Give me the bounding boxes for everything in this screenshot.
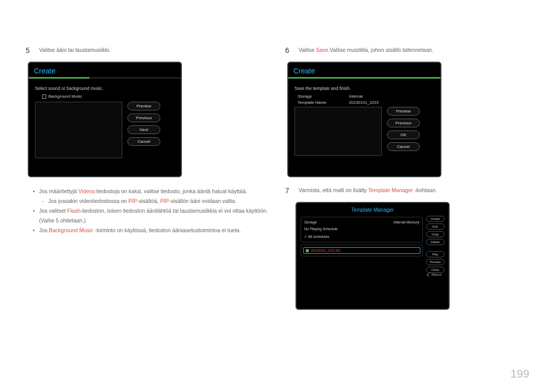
tm-file-row[interactable]: 20130101_2222.tltd: [303, 247, 420, 254]
panel-title: Create: [288, 63, 440, 77]
step-5: 5 Valitse ääni tai taustamusiikki.: [26, 46, 270, 54]
step-6-number: 6: [285, 46, 292, 54]
page: 5 Valitse ääni tai taustamusiikki. Creat…: [0, 0, 555, 340]
tm-copy-button[interactable]: Copy: [426, 231, 445, 237]
preview-button[interactable]: Preview: [387, 107, 420, 116]
tm-storage-value: Internal Memory: [393, 220, 419, 224]
tm-storage-row: Storage Internal Memory: [304, 220, 419, 224]
all-schedules-row: ✔ All schedules: [304, 235, 419, 239]
create-panel-sound: Create Select sound or background music.…: [28, 62, 182, 177]
step-5-text: Valitse ääni tai taustamusiikki.: [39, 46, 110, 54]
page-number: 199: [510, 367, 529, 381]
step-6-text: Valitse Save.Valitse muistitila, johon s…: [299, 46, 433, 54]
tname-value: 20130101_2222: [349, 100, 379, 105]
panel-instruction: Select sound or background music.: [35, 86, 175, 91]
progress-bar: [29, 77, 181, 79]
note-flash: Jos valitset Flash-tiedoston, toisen tie…: [33, 206, 270, 226]
button-column: Preview Previous OK Cancel: [387, 107, 420, 156]
storage-value: Internal: [349, 94, 363, 99]
step-5-number: 5: [26, 46, 33, 54]
cancel-button[interactable]: Cancel: [127, 137, 160, 146]
template-name-row: Template Name 20130101_2222: [298, 100, 434, 105]
tm-left: Storage Internal Memory No Playing Sched…: [301, 216, 423, 258]
previous-button[interactable]: Previous: [127, 114, 160, 122]
note-bgmusic: Jos Background Music -toiminto on käytös…: [33, 226, 270, 235]
tm-preview-button[interactable]: Preview: [426, 259, 445, 265]
tm-play-button[interactable]: Play: [426, 251, 445, 257]
tm-buttons: Create Edit Copy Delete Play Preview Clo…: [426, 216, 445, 273]
preview-button[interactable]: Preview: [127, 102, 160, 110]
tm-content-row: Storage Internal Memory No Playing Sched…: [301, 216, 445, 273]
create-panel-save: Create Save the template and ﬁnish. Stor…: [287, 62, 441, 177]
panel-body: Save the template and ﬁnish. Storage Int…: [288, 83, 440, 161]
bgmusic-row[interactable]: Background Music: [42, 94, 175, 99]
panel-instruction: Save the template and ﬁnish.: [294, 86, 434, 91]
step-7: 7 Varmista, että malli on lisätty Templa…: [285, 186, 529, 195]
tm-edit-button[interactable]: Edit: [426, 223, 445, 230]
content-row: Preview Previous Next Cancel: [35, 102, 175, 158]
content-preview-box: [294, 107, 382, 156]
file-icon: [306, 249, 309, 252]
panel-title: Create: [29, 63, 181, 77]
note-videos: Jos määritettyjä Videos-tiedostoja on ka…: [33, 186, 270, 196]
bgmusic-label: Background Music: [48, 94, 82, 99]
tname-key: Template Name: [298, 100, 339, 105]
panel-body: Select sound or background music. Backgr…: [29, 83, 181, 163]
return-label: Return: [431, 273, 441, 276]
tm-delete-button[interactable]: Delete: [426, 239, 445, 245]
no-schedule: No Playing Schedule: [304, 227, 419, 231]
tm-filename: 20130101_2222.tltd: [311, 249, 340, 252]
tm-storage-key: Storage: [304, 220, 317, 224]
step-7-number: 7: [285, 186, 292, 195]
step-7-text: Varmista, että malli on lisätty Template…: [299, 186, 437, 194]
button-column: Preview Previous Next Cancel: [127, 102, 160, 158]
tm-file-box: 20130101_2222.tltd: [301, 245, 423, 256]
cancel-button[interactable]: Cancel: [387, 142, 420, 151]
content-preview-box: [35, 102, 122, 158]
left-column: 5 Valitse ääni tai taustamusiikki. Creat…: [26, 46, 270, 319]
storage-key: Storage: [298, 94, 339, 99]
storage-row: Storage Internal: [298, 94, 434, 99]
right-column: 6 Valitse Save.Valitse muistitila, johon…: [285, 46, 529, 319]
tm-return-row[interactable]: Return: [301, 273, 445, 276]
next-button[interactable]: Next: [127, 125, 160, 134]
step5-notes: Jos määritettyjä Videos-tiedostoja on ka…: [33, 186, 270, 235]
tm-body: Storage Internal Memory No Playing Sched…: [297, 216, 449, 279]
content-row: Preview Previous OK Cancel: [294, 107, 434, 156]
checkbox-icon[interactable]: [42, 95, 46, 99]
previous-button[interactable]: Previous: [387, 119, 420, 127]
note-pip: Jos jossakin videotiedostossa on PIP-sis…: [42, 196, 270, 206]
all-schedules-label: All schedules: [308, 235, 329, 238]
progress-bar: [288, 77, 440, 79]
tm-upper-box: Storage Internal Memory No Playing Sched…: [301, 217, 423, 242]
template-manager-panel: Template Manager Storage Internal Memory…: [295, 202, 450, 310]
tm-create-button[interactable]: Create: [426, 216, 445, 222]
check-icon: ✔: [304, 235, 307, 238]
ok-button[interactable]: OK: [387, 130, 420, 139]
step-6: 6 Valitse Save.Valitse muistitila, johon…: [285, 46, 529, 54]
tm-title: Template Manager: [297, 203, 449, 216]
